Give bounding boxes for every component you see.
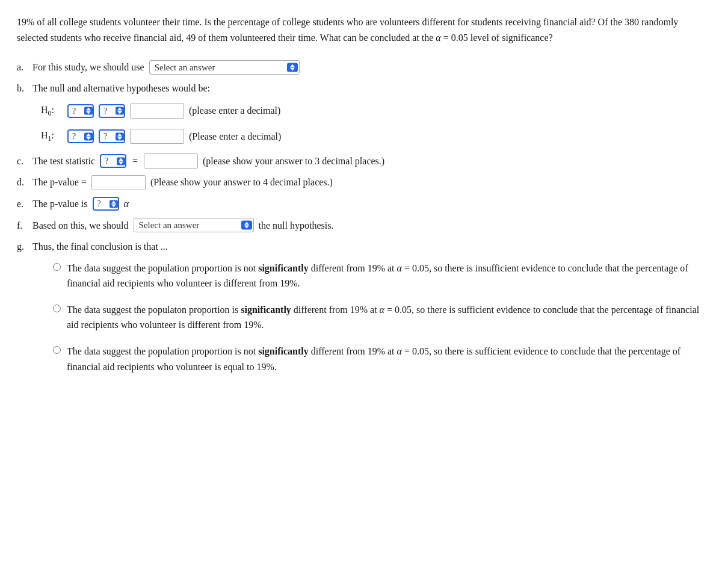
stat-select-wrapper[interactable]: ? z t — [100, 154, 126, 168]
h1-row: H1: ? p μ p̂ x̄ ? = ≠ < > ≤ ≥ — [41, 128, 705, 144]
h1-label: H1: — [41, 128, 63, 144]
part-e-label: e. — [17, 196, 28, 212]
part-g-text: Thus, the final conclusion is that ... — [32, 239, 168, 255]
conclusion-radio-3[interactable] — [53, 346, 61, 354]
bold-significantly-1: significantly — [258, 263, 309, 273]
h0-var-select[interactable]: ? p μ p̂ x̄ — [67, 104, 94, 118]
intro-paragraph: 19% of all college students volunteer th… — [17, 14, 705, 46]
h1-var-select[interactable]: ? p μ p̂ x̄ — [67, 129, 94, 143]
eq-sign-c: = — [132, 153, 138, 169]
study-type-select[interactable]: Select an answer a z-test for a populati… — [149, 60, 300, 75]
test-stat-input[interactable] — [144, 153, 198, 169]
h1-block: H1: ? p μ p̂ x̄ ? = ≠ < > ≤ ≥ — [41, 128, 705, 144]
conclusion-text-2: The data suggest the populaton proportio… — [67, 302, 705, 333]
part-d-label: d. — [17, 175, 28, 190]
part-e-alpha: α — [124, 196, 129, 212]
h1-hint: (Please enter a decimal) — [189, 129, 281, 144]
part-f-text: Based on this, we should — [32, 218, 129, 234]
h1-op-select[interactable]: ? = ≠ < > ≤ ≥ — [99, 129, 125, 143]
h1-value-input[interactable] — [130, 129, 184, 144]
stat-select[interactable]: ? z t — [100, 154, 126, 168]
part-g-row: g. Thus, the final conclusion is that ..… — [17, 239, 705, 255]
conclusion-text-3: The data suggest the population proporti… — [67, 344, 705, 374]
part-e-row: e. The p-value is ? < > = ≤ ≥ α — [17, 196, 705, 212]
part-b-text: The null and alternative hypotheses woul… — [32, 81, 210, 96]
conclusion-radio-1[interactable] — [53, 263, 61, 271]
action-select-wrapper[interactable]: Select an answer reject fail to reject a… — [134, 218, 254, 232]
part-a-label: a. — [17, 60, 28, 75]
part-c-label: c. — [17, 153, 28, 169]
conclusion-option-3: The data suggest the population proporti… — [53, 344, 705, 374]
h0-block: H0: ? p μ p̂ x̄ ? = ≠ < > ≤ — [41, 102, 705, 119]
part-c-text: The test statistic — [32, 153, 95, 169]
part-a-row: a. For this study, we should use Select … — [17, 60, 705, 75]
conclusion-option-1: The data suggest the population proporti… — [53, 261, 705, 291]
part-d-row: d. The p-value = (Please show your answe… — [17, 175, 705, 190]
h0-label: H0: — [41, 102, 63, 119]
pvalue-input[interactable] — [91, 175, 146, 190]
h0-var-select-wrapper[interactable]: ? p μ p̂ x̄ — [67, 104, 94, 118]
part-a-text: For this study, we should use — [32, 60, 144, 75]
bold-significantly-3: significantly — [258, 346, 309, 356]
h0-row: H0: ? p μ p̂ x̄ ? = ≠ < > ≤ — [41, 102, 705, 119]
h0-hint: (please enter a decimal) — [189, 103, 280, 119]
part-d-text: The p-value = — [32, 175, 87, 190]
part-b-row: b. The null and alternative hypotheses w… — [17, 81, 705, 96]
h0-value-input[interactable] — [130, 104, 184, 119]
conclusion-options: The data suggest the population proporti… — [53, 261, 705, 375]
conclusion-option-2: The data suggest the populaton proportio… — [53, 302, 705, 333]
part-f-text-after: the null hypothesis. — [259, 218, 334, 234]
study-type-select-wrapper[interactable]: Select an answer a z-test for a populati… — [149, 60, 300, 75]
part-g-label: g. — [17, 239, 28, 255]
part-b-label: b. — [17, 81, 28, 96]
action-select[interactable]: Select an answer reject fail to reject a… — [134, 218, 254, 232]
part-e-text: The p-value is — [32, 196, 88, 212]
h1-var-select-wrapper[interactable]: ? p μ p̂ x̄ — [67, 129, 94, 143]
conclusion-radio-2[interactable] — [53, 305, 61, 312]
part-c-hint: (please show your answer to 3 decimal pl… — [203, 153, 384, 169]
part-d-hint: (Please show your answer to 4 decimal pl… — [150, 175, 333, 190]
part-f-row: f. Based on this, we should Select an an… — [17, 218, 705, 234]
bold-significantly-2: significantly — [241, 305, 291, 315]
h0-op-select[interactable]: ? = ≠ < > ≤ ≥ — [99, 104, 125, 118]
conclusion-text-1: The data suggest the population proporti… — [67, 261, 705, 291]
comparison-select[interactable]: ? < > = ≤ ≥ — [93, 197, 119, 211]
part-c-row: c. The test statistic ? z t = (please sh… — [17, 153, 705, 169]
comparison-select-wrapper[interactable]: ? < > = ≤ ≥ — [93, 197, 119, 211]
h1-op-select-wrapper[interactable]: ? = ≠ < > ≤ ≥ — [99, 129, 125, 143]
part-f-label: f. — [17, 218, 28, 234]
h0-op-select-wrapper[interactable]: ? = ≠ < > ≤ ≥ — [99, 104, 125, 118]
